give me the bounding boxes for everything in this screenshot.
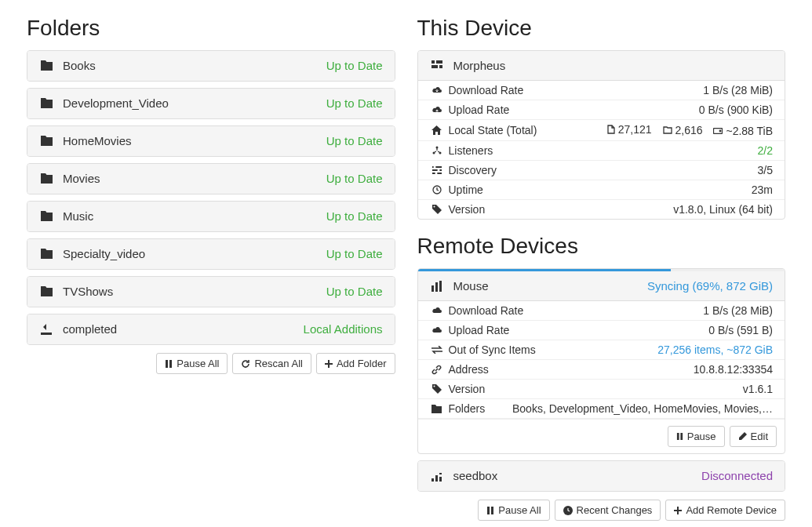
version-label: Version [449,203,486,216]
exchange-icon [430,346,444,354]
add-folder-button[interactable]: Add Folder [316,353,395,374]
file-icon [607,125,615,134]
folder-status: Up to Date [326,59,383,72]
folder-name: Movies [63,172,326,185]
folder-name: HomeMovies [63,134,326,147]
folder-header[interactable]: completedLocal Additions [27,314,395,344]
folder-panel: Specialty_videoUp to Date [27,238,395,270]
plus-icon [674,507,682,514]
rd-address-row: Address 10.8.8.12:33354 [418,360,785,380]
folder-panel: MusicUp to Date [27,201,395,232]
download-rate-row: Download Rate 1 B/s (28 MiB) [418,81,785,100]
svg-rect-12 [432,169,442,171]
out-of-sync-link[interactable]: 27,256 items, ~872 GiB [536,343,773,356]
device-icon [430,60,444,71]
svg-rect-28 [439,477,442,482]
folder-header[interactable]: MusicUp to Date [27,202,395,231]
listeners-row: Listeners 2/2 [418,141,785,161]
rescan-all-button[interactable]: Rescan All [232,353,311,374]
this-device-header[interactable]: Morpheus [418,51,785,81]
pause-all-devices-button[interactable]: Pause All [478,500,549,521]
folder-status: Up to Date [326,247,383,260]
remote-device-mouse: Mouse Syncing (69%, 872 GiB) Download Ra… [417,268,786,454]
local-state-value: 27,121 2,616 ~2.88 TiB [537,123,773,137]
discovery-row: Discovery 3/5 [418,161,785,180]
folder-panel: TVShowsUp to Date [27,276,395,307]
uptime-label: Uptime [449,184,483,196]
local-state-label: Local State (Total) [449,124,537,136]
folders-button-row: Pause All Rescan All Add Folder [27,353,395,374]
folders-heading: Folders [27,16,395,41]
discovery-label: Discovery [449,164,497,176]
remote-device-status: Syncing (69%, 872 GiB) [647,279,773,293]
pause-device-button[interactable]: Pause [668,426,725,447]
folder-status: Up to Date [326,96,383,110]
version-row: Version v1.8.0, Linux (64 bit) [418,200,785,219]
add-folder-label: Add Folder [337,358,387,369]
this-device-body: Download Rate 1 B/s (28 MiB) Upload Rate… [418,81,785,219]
folder-icon [39,60,53,71]
upload-rate-row: Upload Rate 0 B/s (900 KiB) [418,100,785,120]
folder-status: Up to Date [326,134,383,147]
device-bars-icon [430,281,444,292]
hdd-icon [713,128,723,134]
svg-rect-27 [439,473,442,474]
clock-icon [430,185,444,194]
folder-mini-icon [663,126,672,134]
svg-rect-30 [491,507,493,514]
pencil-icon [738,432,747,441]
svg-rect-1 [169,360,172,368]
plus-icon [325,360,333,368]
folder-header[interactable]: MoviesUp to Date [27,164,395,194]
remote-device-header[interactable]: Mouse Syncing (69%, 872 GiB) [418,271,785,301]
remote-device-header[interactable]: seedbox Disconnected [418,461,785,491]
remote-device-name: Mouse [453,279,647,293]
folder-header[interactable]: Development_VideoUp to Date [27,89,395,118]
folder-status: Up to Date [326,209,383,223]
cloud-download-icon [430,306,444,315]
edit-device-button[interactable]: Edit [730,426,777,447]
download-rate-label: Download Rate [449,84,524,96]
download-rate-value: 1 B/s (28 MiB) [523,84,773,96]
tag-icon [430,384,444,394]
remote-button-row: Pause All Recent Changes Add Remote Devi… [417,500,786,521]
svg-rect-3 [436,60,442,64]
folder-panel: BooksUp to Date [27,50,395,82]
folder-name: Books [63,59,326,72]
tag-icon [430,205,444,214]
link-icon [430,365,444,375]
recent-changes-button[interactable]: Recent Changes [555,500,661,521]
listeners-label: Listeners [449,144,493,157]
pause-all-label: Pause All [177,358,219,369]
svg-rect-19 [431,285,434,292]
upload-rate-value: 0 B/s (900 KiB) [509,104,773,116]
folder-header[interactable]: HomeMoviesUp to Date [27,126,395,156]
folder-panel: completedLocal Additions [27,314,395,345]
folder-header[interactable]: BooksUp to Date [27,51,395,81]
pause-all-folders-button[interactable]: Pause All [156,353,228,374]
svg-rect-0 [166,360,168,368]
folder-panel: Development_VideoUp to Date [27,88,395,119]
svg-rect-29 [487,507,490,514]
svg-rect-24 [680,433,683,440]
svg-point-15 [437,169,439,172]
cloud-upload-icon [430,325,444,335]
svg-point-22 [433,386,435,387]
local-state-row: Local State (Total) 27,121 2,616 ~2.88 T… [418,120,785,141]
remote-device-status: Disconnected [701,469,773,482]
clock-icon [563,506,573,515]
svg-rect-25 [431,478,434,482]
folder-header[interactable]: TVShowsUp to Date [27,277,395,307]
home-icon [430,125,444,135]
uptime-value: 23m [483,184,773,196]
add-remote-device-button[interactable]: Add Remote Device [665,500,785,521]
folder-icon [39,136,53,146]
folder-header[interactable]: Specialty_videoUp to Date [27,239,395,269]
folder-icon [39,249,53,259]
folder-icon [39,211,53,221]
svg-rect-5 [439,65,442,68]
svg-rect-26 [435,475,438,482]
svg-point-14 [433,166,435,169]
folder-icon [39,98,53,108]
folder-name: completed [63,322,304,336]
